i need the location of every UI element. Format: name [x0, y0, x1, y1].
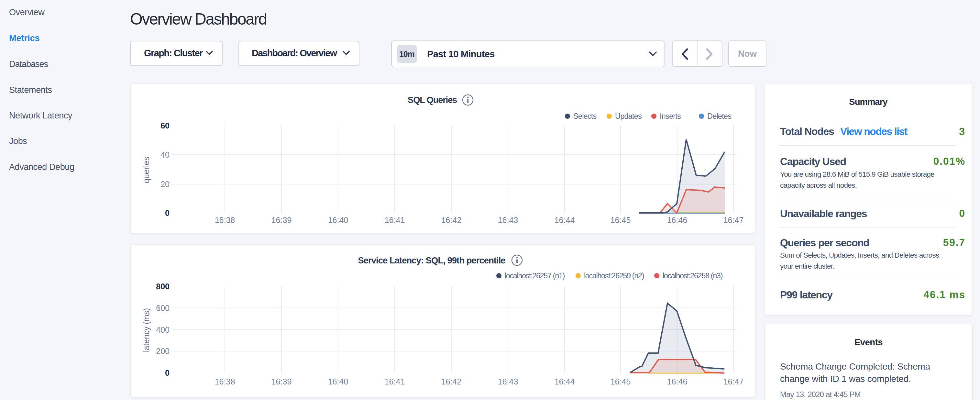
- svg-text:Service Latency: SQL, 99th per: Service Latency: SQL, 99th percentile: [358, 255, 505, 265]
- svg-text:600: 600: [156, 304, 170, 312]
- svg-text:60: 60: [161, 121, 170, 130]
- svg-text:16:45: 16:45: [611, 215, 631, 225]
- svg-text:800: 800: [156, 282, 170, 291]
- svg-text:16:41: 16:41: [385, 377, 405, 386]
- svg-text:16:41: 16:41: [385, 215, 405, 225]
- svg-text:16:46: 16:46: [667, 215, 687, 225]
- svg-text:Selects: Selects: [573, 112, 597, 120]
- svg-text:16:40: 16:40: [328, 215, 348, 225]
- svg-text:16:44: 16:44: [555, 377, 575, 386]
- svg-text:40: 40: [161, 150, 170, 159]
- svg-text:16:42: 16:42: [441, 215, 462, 225]
- svg-text:0: 0: [165, 209, 170, 217]
- svg-text:Deletes: Deletes: [707, 112, 731, 120]
- svg-text:localhost:26258 (n3): localhost:26258 (n3): [663, 271, 723, 280]
- svg-text:16:44: 16:44: [555, 215, 575, 225]
- svg-text:16:47: 16:47: [724, 215, 744, 225]
- svg-text:SQL Queries: SQL Queries: [408, 95, 457, 105]
- svg-text:16:39: 16:39: [272, 215, 292, 225]
- svg-text:16:40: 16:40: [328, 377, 348, 386]
- svg-text:16:38: 16:38: [215, 215, 235, 225]
- svg-text:20: 20: [161, 180, 170, 189]
- svg-text:200: 200: [156, 347, 170, 356]
- svg-text:localhost:26259 (n2): localhost:26259 (n2): [584, 271, 644, 280]
- svg-text:queries: queries: [142, 157, 151, 183]
- svg-text:16:46: 16:46: [667, 377, 687, 386]
- svg-text:0: 0: [165, 368, 170, 377]
- svg-text:16:39: 16:39: [272, 377, 292, 386]
- svg-text:Inserts: Inserts: [660, 112, 681, 120]
- svg-text:400: 400: [156, 325, 170, 334]
- svg-text:16:43: 16:43: [498, 377, 518, 386]
- svg-text:Updates: Updates: [615, 112, 641, 120]
- svg-text:latency (ms): latency (ms): [142, 308, 151, 352]
- svg-text:localhost:26257 (n1): localhost:26257 (n1): [505, 271, 565, 280]
- svg-text:16:38: 16:38: [215, 377, 235, 386]
- svg-text:16:42: 16:42: [441, 377, 462, 386]
- svg-text:16:47: 16:47: [724, 377, 744, 386]
- svg-text:16:43: 16:43: [498, 215, 518, 225]
- svg-text:16:45: 16:45: [611, 377, 631, 386]
